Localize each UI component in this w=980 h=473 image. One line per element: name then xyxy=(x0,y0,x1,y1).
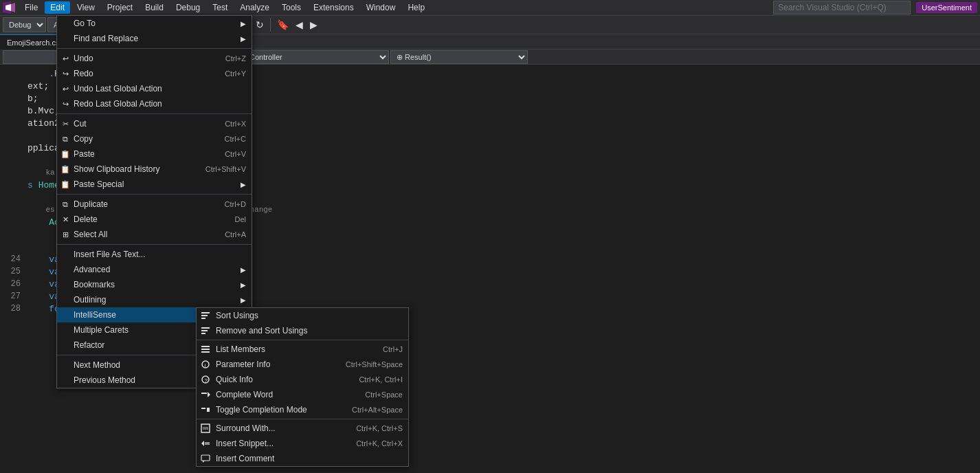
sep-4 xyxy=(57,244,252,245)
paste-icon: 📋 xyxy=(60,148,71,160)
svg-rect-21 xyxy=(203,427,208,430)
prev-method-label: Previous Method xyxy=(74,375,135,385)
remove-sort-icon xyxy=(199,324,212,337)
line-content: va xyxy=(27,279,60,289)
redo-icon: ↪ xyxy=(60,68,71,79)
menu-clipboard[interactable]: 📋 Show Clipboard History Ctrl+Shift+V xyxy=(57,162,252,177)
line-number: 28 xyxy=(0,304,27,314)
insert-comment-icon xyxy=(199,452,212,465)
menu-delete[interactable]: ✕ Delete Del xyxy=(57,212,252,227)
menu-advanced[interactable]: Advanced ▶ xyxy=(57,262,252,277)
menu-redo-global[interactable]: ↪ Redo Last Global Action xyxy=(57,96,252,111)
menu-redo[interactable]: ↪ Redo Ctrl+Y xyxy=(57,66,252,81)
undo-global-label: Undo Last Global Action xyxy=(74,84,162,94)
menu-undo-global[interactable]: ↩ Undo Last Global Action xyxy=(57,81,252,96)
delete-label: Delete xyxy=(74,214,98,224)
svg-rect-6 xyxy=(201,327,210,329)
menu-insert-file[interactable]: Insert File As Text... xyxy=(57,247,252,262)
submenu-insert-comment[interactable]: Insert Comment xyxy=(197,451,408,466)
nav-forward-button[interactable]: ▶ xyxy=(307,17,320,32)
menu-tools[interactable]: Tools xyxy=(276,1,307,14)
svg-rect-18 xyxy=(201,408,205,409)
toggle-completion-label: Toggle Completion Mode xyxy=(216,405,307,415)
menu-help[interactable]: Help xyxy=(402,1,430,14)
list-members-label: List Members xyxy=(216,344,265,354)
menu-window[interactable]: Window xyxy=(361,1,401,14)
sep-3 xyxy=(57,194,252,195)
copy-label: Copy xyxy=(74,134,93,144)
menu-build[interactable]: Build xyxy=(140,1,169,14)
intellisense-label: IntelliSense xyxy=(74,310,116,320)
submenu-surround-with[interactable]: Surround With... Ctrl+K, Ctrl+S xyxy=(197,421,408,436)
menu-bookmarks[interactable]: Bookmarks ▶ xyxy=(57,277,252,292)
bookmark-button[interactable]: 🔖 xyxy=(274,17,291,32)
paste-shortcut: Ctrl+V xyxy=(225,150,246,158)
bookmarks-label: Bookmarks xyxy=(74,280,115,289)
copy-shortcut: Ctrl+C xyxy=(225,135,246,143)
nav-back-button[interactable]: ◀ xyxy=(293,17,306,32)
menu-find-replace[interactable]: Find and Replace ▶ xyxy=(57,31,252,46)
paste-label: Paste xyxy=(74,149,95,159)
search-input[interactable] xyxy=(773,1,911,14)
refresh-button[interactable]: ↻ xyxy=(253,17,267,32)
menu-goto[interactable]: Go To ▶ xyxy=(57,16,252,31)
param-info-icon: i xyxy=(199,358,212,371)
complete-word-label: Complete Word xyxy=(216,390,273,399)
multiple-carets-label: Multiple Carets xyxy=(74,325,129,335)
submenu-list-members[interactable]: List Members Ctrl+J xyxy=(197,342,408,357)
line-content: b.Mvc; xyxy=(27,106,60,116)
surround-with-shortcut: Ctrl+K, Ctrl+S xyxy=(356,424,403,432)
menu-debug[interactable]: Debug xyxy=(170,1,205,14)
submenu-sort-usings[interactable]: Sort Usings xyxy=(197,308,408,323)
submenu-toggle-completion[interactable]: Toggle Completion Mode Ctrl+Alt+Space xyxy=(197,402,408,417)
submenu-remove-sort-usings[interactable]: Remove and Sort Usings xyxy=(197,323,408,338)
copy-icon: ⧉ xyxy=(60,133,71,144)
submenu-sep-1 xyxy=(197,340,408,340)
menu-undo[interactable]: ↩ Undo Ctrl+Z xyxy=(57,51,252,66)
toggle-completion-shortcut: Ctrl+Alt+Space xyxy=(352,406,403,414)
insert-snippet-icon xyxy=(199,437,212,450)
menu-view[interactable]: View xyxy=(71,1,100,14)
outlining-label: Outlining xyxy=(74,295,106,305)
surround-with-label: Surround With... xyxy=(216,424,276,433)
clipboard-label: Show Clipboard History xyxy=(74,164,159,174)
toggle-completion-icon xyxy=(199,404,212,416)
duplicate-shortcut: Ctrl+D xyxy=(225,200,246,208)
user-badge[interactable]: UserSentiment xyxy=(916,2,977,13)
find-replace-label: Find and Replace xyxy=(74,34,138,43)
intellisense-submenu: Sort Usings Remove and Sort Usings List … xyxy=(196,307,409,467)
submenu-complete-word[interactable]: Complete Word Ctrl+Space xyxy=(197,387,408,402)
menu-edit[interactable]: Edit xyxy=(45,1,70,14)
svg-marker-1 xyxy=(11,3,15,12)
menu-analyze[interactable]: Analyze xyxy=(234,1,275,14)
menu-extensions[interactable]: Extensions xyxy=(308,1,359,14)
submenu-quick-info[interactable]: ? Quick Info Ctrl+K, Ctrl+I xyxy=(197,372,408,387)
delete-icon: ✕ xyxy=(60,214,71,225)
submenu-param-info[interactable]: i Parameter Info Ctrl+Shift+Space xyxy=(197,357,408,372)
menu-duplicate[interactable]: ⧉ Duplicate Ctrl+D xyxy=(57,197,252,212)
menu-outlining[interactable]: Outlining ▶ xyxy=(57,292,252,307)
menu-test[interactable]: Test xyxy=(207,1,233,14)
line-content: va xyxy=(27,254,60,265)
submenu-insert-snippet[interactable]: Insert Snippet... Ctrl+K, Ctrl+X xyxy=(197,436,408,451)
debug-config-select[interactable]: Debug xyxy=(3,17,46,32)
menu-copy[interactable]: ⧉ Copy Ctrl+C xyxy=(57,131,252,146)
menu-select-all[interactable]: ⊞ Select All Ctrl+A xyxy=(57,227,252,242)
menu-paste-special[interactable]: 📋 Paste Special ▶ xyxy=(57,177,252,192)
line-content: va xyxy=(27,267,60,277)
menu-bar: File Edit View Project Build Debug Test … xyxy=(0,0,980,15)
sep-2 xyxy=(57,113,252,114)
menu-paste[interactable]: 📋 Paste Ctrl+V xyxy=(57,146,252,162)
svg-text:i: i xyxy=(205,362,206,368)
sort-usings-icon xyxy=(199,309,212,322)
clipboard-icon: 📋 xyxy=(60,164,71,175)
menu-file[interactable]: File xyxy=(19,1,43,14)
search-bar: UserSentiment xyxy=(773,1,977,14)
paste-special-icon: 📋 xyxy=(60,179,71,190)
duplicate-icon: ⧉ xyxy=(60,199,71,210)
menu-cut[interactable]: ✂ Cut Ctrl+X xyxy=(57,116,252,131)
nav-right-select[interactable]: ⊕ Result() xyxy=(390,50,528,64)
svg-rect-7 xyxy=(201,330,208,331)
menu-project[interactable]: Project xyxy=(102,1,138,14)
goto-label: Go To xyxy=(74,19,96,28)
